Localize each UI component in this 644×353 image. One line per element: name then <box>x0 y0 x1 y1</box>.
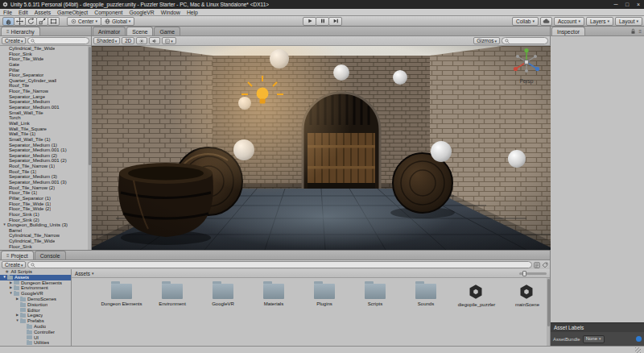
thumbnail-size-slider[interactable] <box>519 272 547 275</box>
rotate-tool-button[interactable] <box>25 17 37 26</box>
pan-tool-button[interactable] <box>2 17 14 26</box>
asset-item-folder[interactable]: Sounds <box>403 284 448 306</box>
foldout-arrow-icon[interactable]: ▼ <box>15 318 19 324</box>
hierarchy-searchbox[interactable] <box>27 37 89 44</box>
hierarchy-search-input[interactable] <box>36 38 86 44</box>
menu-edit[interactable]: Edit <box>15 9 31 16</box>
hierarchy-item[interactable]: Floor_Separator <box>0 73 88 78</box>
asset-item-folder[interactable]: Dungeon Elements <box>99 284 144 306</box>
foldout-arrow-icon[interactable]: ▶ <box>9 285 13 291</box>
hierarchy-item[interactable]: Floor_Sink <box>0 52 88 57</box>
collab-button[interactable]: Collab▾ <box>512 17 539 26</box>
asset-item-unity[interactable]: mainScene <box>505 284 550 307</box>
hierarchy-item[interactable]: Barrel <box>0 228 88 234</box>
gizmos-dropdown[interactable]: Gizmos▾ <box>473 37 500 44</box>
project-folder-item[interactable]: Audio <box>0 324 71 330</box>
hierarchy-item[interactable]: Floor_Sink (2) <box>0 218 88 223</box>
pivot-toggle-button[interactable]: Center▾ <box>67 17 101 26</box>
tab-project[interactable]: ≡ Project <box>1 251 34 260</box>
search-by-label-icon[interactable] <box>542 262 548 268</box>
favorite-item[interactable]: ★All Scripts <box>0 269 71 275</box>
hierarchy-item[interactable]: Roof_Tile <box>0 83 88 89</box>
scene-viewport[interactable]: Persp <box>92 46 551 250</box>
scene-searchbox[interactable] <box>502 37 548 44</box>
asset-item-folder[interactable]: Scripts <box>353 284 398 306</box>
account-button[interactable]: Account▾ <box>554 17 584 26</box>
hierarchy-item[interactable]: Wall_Tile (1) <box>0 131 88 137</box>
cloud-button[interactable] <box>540 17 552 26</box>
project-folder-item[interactable]: ▶Environment <box>0 285 71 291</box>
project-folder-item[interactable]: Controller <box>0 330 71 335</box>
hierarchy-item[interactable]: Separator_Medium.001 <box>0 105 88 110</box>
menu-component[interactable]: Component <box>91 9 126 16</box>
hierarchy-item[interactable]: Separator_Medium (2) <box>0 153 88 159</box>
foldout-arrow-icon[interactable]: ▶ <box>9 280 13 286</box>
hierarchy-item[interactable]: Separator_Medium.001 (1) <box>0 147 88 153</box>
foldout-arrow-icon[interactable]: ▼ <box>2 222 6 228</box>
scene-search-input[interactable] <box>510 38 545 44</box>
hierarchy-item[interactable]: Separator_Medium.001 (2) <box>0 158 88 164</box>
hierarchy-create-button[interactable]: Create▾ <box>2 37 26 44</box>
project-folder-item[interactable]: Distortion <box>0 302 71 308</box>
scale-tool-button[interactable] <box>36 17 48 26</box>
resize-grip[interactable] <box>635 347 641 353</box>
project-folder-item[interactable]: ▼Prefabs <box>0 318 71 324</box>
menu-file[interactable]: File <box>0 9 15 16</box>
project-folder-item[interactable]: ▼Assets <box>0 275 71 280</box>
hierarchy-item[interactable]: Wall_Tile_Square <box>0 127 88 132</box>
tab-scene[interactable]: Scene <box>126 27 153 35</box>
tab-animator[interactable]: Animator <box>93 27 126 35</box>
scene-effects-dropdown[interactable]: ▾ <box>162 37 176 44</box>
hierarchy-item[interactable]: Quarter_Cylinder_wall <box>0 78 88 84</box>
space-toggle-button[interactable]: Global▾ <box>101 17 134 26</box>
foldout-arrow-icon[interactable]: ▶ <box>15 313 19 318</box>
hierarchy-item[interactable]: Floor_Tile (1) <box>0 190 88 196</box>
tab-game[interactable]: Game <box>154 27 180 35</box>
hierarchy-scrollbar[interactable] <box>88 46 91 250</box>
project-searchbox[interactable] <box>27 261 532 268</box>
hierarchy-item[interactable]: Wall_Link <box>0 121 88 127</box>
play-button[interactable] <box>303 17 316 26</box>
tab-inspector[interactable]: Inspector <box>551 27 585 35</box>
shading-mode-dropdown[interactable]: Shaded▾ <box>93 37 120 44</box>
maximize-button[interactable]: □ <box>621 0 633 9</box>
project-folder-item[interactable]: UI <box>0 335 71 341</box>
minimize-button[interactable]: ─ <box>610 0 621 9</box>
hierarchy-item[interactable]: Small_Wall_Tile (1) <box>0 137 88 143</box>
hierarchy-item[interactable]: Floor_Tile_Wide (2) <box>0 206 88 212</box>
scene-lighting-toggle[interactable] <box>136 37 147 44</box>
move-tool-button[interactable] <box>14 17 26 26</box>
foldout-arrow-icon[interactable]: ▼ <box>9 291 13 297</box>
projection-label[interactable]: Persp <box>520 78 534 85</box>
toggle-2d-button[interactable]: 2D <box>122 37 134 44</box>
lock-icon[interactable] <box>630 28 636 35</box>
layers-button[interactable]: Layers▾ <box>586 17 613 26</box>
hierarchy-item[interactable]: Cylindrical_Tile_Narrow <box>0 233 88 239</box>
project-folder-item[interactable]: ▼GoogleVR <box>0 291 71 297</box>
hierarchy-item[interactable]: Cylindrical_Tile_Wide <box>0 239 88 244</box>
hierarchy-item[interactable]: Roof_Tile (1) <box>0 169 88 175</box>
hierarchy-item[interactable]: Pillar_Separator (1) <box>0 196 88 201</box>
asset-item-folder[interactable]: Plugins <box>302 284 347 306</box>
project-folder-item[interactable]: ▶Dungeon Elements <box>0 280 71 286</box>
menu-assets[interactable]: Assets <box>31 9 54 16</box>
rect-tool-button[interactable] <box>47 17 60 26</box>
hierarchy-item[interactable]: Roof_Tile_Narrow (1) <box>0 164 88 169</box>
project-folder-item[interactable]: Utilities <box>0 340 71 346</box>
close-button[interactable]: × <box>633 0 644 9</box>
hierarchy-item[interactable]: Floor_Tile_Wide (1) <box>0 201 88 207</box>
step-button[interactable] <box>328 17 342 26</box>
project-folder-item[interactable]: ▶Legacy <box>0 313 71 318</box>
menu-help[interactable]: Help <box>184 9 201 16</box>
hierarchy-item[interactable]: Roof_Tile_Narrow (2) <box>0 185 88 191</box>
assets-scrollbar[interactable] <box>547 278 550 346</box>
hierarchy-item[interactable]: Separator_Large <box>0 94 88 100</box>
foldout-arrow-icon[interactable]: ▼ <box>2 275 6 280</box>
asset-item-folder[interactable]: Materials <box>251 284 296 306</box>
project-folder-item[interactable]: ▶DemoScenes <box>0 297 71 302</box>
hierarchy-item[interactable]: Gate <box>0 62 88 68</box>
pause-button[interactable] <box>316 17 329 26</box>
tab-hierarchy[interactable]: ≡ Hierarchy <box>1 27 40 35</box>
project-create-button[interactable]: Create▾ <box>2 261 26 268</box>
search-by-type-icon[interactable] <box>534 262 540 268</box>
